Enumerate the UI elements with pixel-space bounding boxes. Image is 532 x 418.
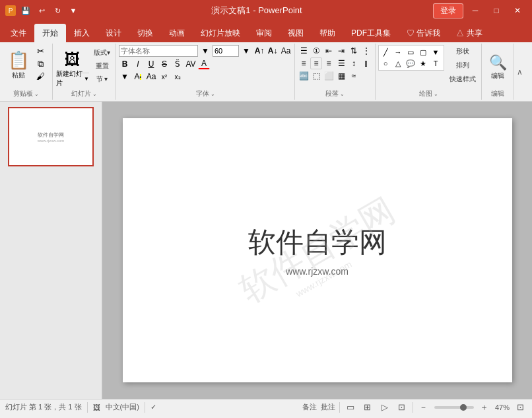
quick-styles-button[interactable]: 快速样式 [447, 73, 479, 85]
italic-button[interactable]: I [132, 58, 144, 70]
tab-design[interactable]: 设计 [98, 24, 129, 42]
shape-line[interactable]: ╱ [380, 47, 391, 57]
zoom-out-button[interactable]: － [417, 401, 430, 413]
shadow-button[interactable]: S̈ [172, 58, 183, 70]
font-size-input[interactable] [213, 45, 239, 57]
font-color-dropdown[interactable]: ▼ [119, 71, 131, 83]
comments-button[interactable]: 批注 [321, 402, 335, 412]
bold-button[interactable]: B [119, 58, 131, 70]
columns-button[interactable]: ⫿ [360, 57, 372, 69]
tab-share[interactable]: △ 共享 [448, 24, 490, 42]
notes-button[interactable]: 备注 [302, 402, 317, 412]
super-button[interactable]: x² [158, 71, 170, 83]
font-expand-icon[interactable]: ⌄ [211, 91, 215, 97]
slide-thumbnail[interactable]: 软件自学网 www.rjzxw.com [8, 107, 94, 166]
tab-review[interactable]: 审阅 [248, 24, 280, 42]
tab-help[interactable]: 帮助 [312, 24, 343, 42]
save-button[interactable]: 💾 [18, 3, 33, 18]
para-extra3[interactable]: ▦ [335, 70, 347, 82]
sub-button[interactable]: x₂ [172, 71, 183, 83]
new-slide-button[interactable]: 🖼 新建幻灯片 ▼ [55, 45, 90, 85]
tab-home[interactable]: 开始 [34, 24, 66, 42]
shape-more[interactable]: ▼ [430, 47, 441, 57]
reading-view-button[interactable]: ▷ [378, 401, 391, 413]
undo-button[interactable]: ↩ [34, 3, 49, 18]
normal-view-button[interactable]: ▭ [344, 401, 357, 413]
increase-font-button[interactable]: A↑ [253, 45, 265, 57]
search-button[interactable]: 🔍 编辑 [484, 48, 511, 87]
font-name-input[interactable] [119, 45, 198, 57]
shape-rounded-rect[interactable]: ▢ [418, 47, 428, 57]
justify-button[interactable]: ☰ [335, 57, 347, 69]
decrease-font-button[interactable]: A↓ [267, 45, 279, 57]
fit-window-button[interactable]: ⊡ [514, 401, 527, 413]
tab-file[interactable]: 文件 [3, 24, 34, 42]
tab-slideshow[interactable]: 幻灯片放映 [193, 24, 248, 42]
slide-canvas[interactable]: 软件自学网 www.rjzxw.com 软件自学网 www.rjzxw.com [123, 118, 512, 382]
copy-button[interactable]: ⧉ [34, 57, 48, 70]
align-right-button[interactable]: ≡ [323, 57, 335, 69]
redo-button[interactable]: ↻ [50, 3, 65, 18]
bullets-button[interactable]: ☰ [298, 45, 310, 57]
reset-button[interactable]: 重置 [91, 59, 113, 72]
format-painter-button[interactable]: 🖌 [34, 70, 48, 83]
shape-button[interactable]: 形状 [447, 45, 479, 57]
underline-button[interactable]: U [145, 58, 157, 70]
zoom-in-button[interactable]: ＋ [478, 401, 491, 413]
restore-button[interactable]: □ [487, 3, 506, 18]
tab-insert[interactable]: 插入 [66, 24, 98, 42]
convert-to-smartart-button[interactable]: ⋮ [360, 45, 372, 57]
login-button[interactable]: 登录 [433, 3, 463, 18]
tab-pdf[interactable]: PDF工具集 [343, 24, 399, 42]
slideshow-button[interactable]: ⊡ [395, 401, 409, 413]
customize-quick-access-button[interactable]: ▼ [66, 3, 81, 18]
case-button[interactable]: Aa [145, 71, 157, 83]
para-extra2[interactable]: ⬜ [323, 70, 335, 82]
shape-star[interactable]: ★ [418, 58, 428, 69]
line-spacing-button[interactable]: ↕ [348, 57, 360, 69]
slide-title[interactable]: 软件自学网 [248, 224, 387, 261]
drawing-expand-icon[interactable]: ⌄ [434, 91, 438, 97]
cut-button[interactable]: ✂ [34, 45, 48, 57]
zoom-slider[interactable] [434, 406, 474, 409]
slide-item-1[interactable]: 1 软件自学网 www.rjzxw.com [3, 107, 99, 166]
clear-format-button[interactable]: Aa [280, 45, 292, 57]
align-left-button[interactable]: ≡ [298, 57, 310, 69]
paragraph-expand-icon[interactable]: ⌄ [340, 91, 345, 97]
para-extra1[interactable]: ⬚ [310, 70, 322, 82]
slide-sorter-button[interactable]: ⊞ [361, 401, 374, 413]
zoom-percent[interactable]: 47% [495, 403, 510, 411]
paste-button[interactable]: 📋 粘贴 [5, 45, 32, 85]
strikethrough-button[interactable]: S [158, 58, 170, 70]
text-shadow-button[interactable]: 🔤 [298, 70, 310, 82]
align-center-button[interactable]: ≡ [310, 57, 322, 69]
tab-view[interactable]: 视图 [280, 24, 312, 42]
tab-transitions[interactable]: 切换 [129, 24, 161, 42]
zoom-thumb[interactable] [460, 404, 467, 411]
decrease-indent-button[interactable]: ⇤ [323, 45, 335, 57]
shape-rect[interactable]: ▭ [405, 47, 416, 57]
font-name-expand[interactable]: ▼ [199, 45, 211, 57]
spacing-button[interactable]: AV [185, 58, 197, 70]
tab-tell-me[interactable]: ♡ 告诉我 [399, 24, 448, 42]
fontcolor-picker[interactable]: A [198, 57, 210, 69]
close-button[interactable]: ✕ [508, 3, 527, 18]
font-size-expand[interactable]: ▼ [240, 45, 252, 57]
minimize-button[interactable]: ─ [466, 3, 484, 18]
highlight-button[interactable]: A▪ [132, 71, 144, 83]
para-extra4[interactable]: ≈ [348, 70, 360, 82]
layout-button[interactable]: 版式▾ [91, 46, 113, 59]
clipboard-expand-icon[interactable]: ⌄ [34, 91, 39, 97]
shape-triangle[interactable]: △ [393, 58, 403, 69]
arrange-button[interactable]: 排列 [447, 59, 479, 71]
slides-expand-icon[interactable]: ⌄ [92, 91, 97, 97]
slide-subtitle[interactable]: www.rjzxw.com [286, 266, 349, 277]
shape-arrow[interactable]: → [393, 47, 403, 57]
section-button[interactable]: 节 ▾ [91, 73, 113, 85]
increase-indent-button[interactable]: ⇥ [335, 45, 347, 57]
shape-oval[interactable]: ○ [380, 58, 391, 69]
shape-callout[interactable]: 💬 [405, 58, 416, 69]
text-direction-button[interactable]: ⇅ [348, 45, 360, 57]
shape-textbox[interactable]: T [430, 58, 441, 69]
numbering-button[interactable]: ① [310, 45, 322, 57]
